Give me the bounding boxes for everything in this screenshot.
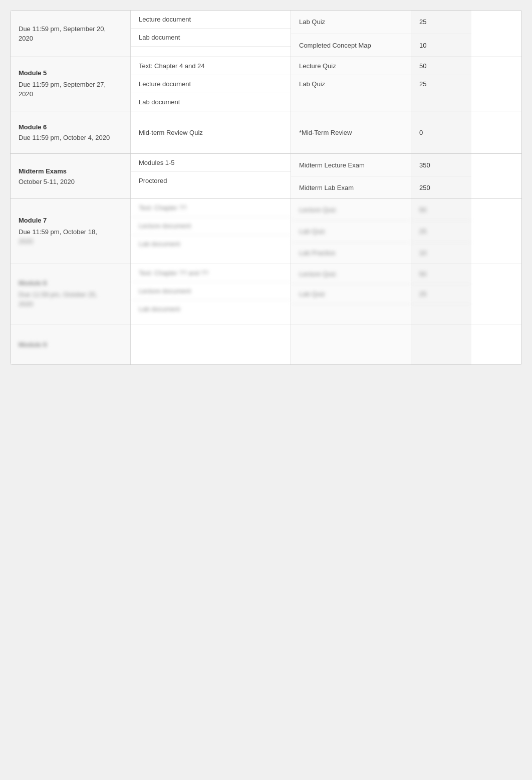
quiz-item-blurred: Lecture Quiz (291, 199, 411, 221)
assignments-col: Text: Chapter ?? and ?? Lecture document… (131, 264, 291, 324)
quiz-item: Midterm Lecture Exam (291, 154, 411, 176)
points-item-empty (411, 304, 471, 324)
due-date: October 5-11, 2020 (19, 178, 122, 185)
table-row: Module 9 (11, 324, 521, 364)
points-item-blurred: 25 (411, 284, 471, 304)
assignment-item-blurred: Lab document (131, 235, 291, 253)
assignment-item: Text: Chapter 4 and 24 (131, 57, 291, 75)
assignments-col: Lecture document Lab document (131, 11, 291, 57)
due-date: Due 11:59 pm, September 27,2020 (19, 80, 122, 99)
due-date: Due 11:59 pm, October 25,2020 (19, 290, 122, 309)
assignment-item: Modules 1-5 (131, 154, 291, 172)
table-row: Due 11:59 pm, September 20,2020 Lecture … (11, 11, 521, 57)
module-name: Module 6 (19, 123, 122, 131)
assignment-item-blurred: Text: Chapter ?? and ?? (131, 264, 291, 282)
points-col: 25 10 (411, 11, 471, 57)
quiz-col: *Mid-Term Review (291, 111, 411, 153)
quiz-col: Lab Quiz Completed Concept Map (291, 11, 411, 57)
module-name: Midterm Exams (19, 167, 122, 175)
module-name: Module 7 (19, 217, 122, 224)
points-item: 250 (411, 176, 471, 199)
module-cell: Module 5 Due 11:59 pm, September 27,2020 (11, 57, 131, 111)
quiz-col: Lecture Quiz Lab Quiz (291, 57, 411, 111)
table-row: Module 7 Due 11:59 pm, October 18,2020 T… (11, 199, 521, 264)
quiz-item (291, 93, 411, 111)
assignment-item: Proctored (131, 172, 291, 189)
assignment-item-blurred: Text: Chapter ?? (131, 199, 291, 217)
assignment-item: Lecture document (131, 75, 291, 93)
module-cell: Module 8 Due 11:59 pm, October 25,2020 (11, 264, 131, 324)
points-col (411, 324, 471, 364)
points-col: 350 250 (411, 154, 471, 199)
points-col: 0 (411, 111, 471, 153)
assignment-item-blurred: Lecture document (131, 282, 291, 300)
assignments-col: Text: Chapter ?? Lecture document Lab do… (131, 199, 291, 264)
quiz-col: Lecture Quiz Lab Quiz (291, 264, 411, 324)
due-date: Due 11:59 pm, October 18,2020 (19, 227, 122, 247)
module-cell: Midterm Exams October 5-11, 2020 (11, 154, 131, 199)
assignment-item-empty (131, 324, 291, 364)
points-item-empty (411, 324, 471, 364)
points-item: 50 (411, 57, 471, 75)
quiz-item-blurred: Lecture Quiz (291, 264, 411, 284)
points-item: 10 (411, 34, 471, 57)
points-item: 25 (411, 11, 471, 34)
points-col: 50 25 (411, 264, 471, 324)
points-item: 350 (411, 154, 471, 176)
table-row: Module 8 Due 11:59 pm, October 25,2020 T… (11, 264, 521, 324)
assignment-item: Mid-term Review Quiz (131, 124, 291, 141)
assignment-item: Lab document (131, 93, 291, 111)
quiz-col: Midterm Lecture Exam Midterm Lab Exam (291, 154, 411, 199)
points-item: 25 (411, 75, 471, 93)
module-cell: Module 9 (11, 324, 131, 364)
due-date: Due 11:59 pm, September 20,2020 (19, 24, 122, 44)
quiz-item: Lab Quiz (291, 75, 411, 93)
quiz-item-blurred: Lab Quiz (291, 284, 411, 304)
points-item-blurred: 25 (411, 221, 471, 242)
points-col: 50 25 10 (411, 199, 471, 264)
due-date: Due 11:59 pm, October 4, 2020 (19, 134, 122, 141)
page: Due 11:59 pm, September 20,2020 Lecture … (0, 0, 532, 780)
points-item (411, 93, 471, 111)
assignment-item: Lab document (131, 29, 291, 47)
quiz-item: Midterm Lab Exam (291, 176, 411, 199)
module-name: Module 9 (19, 341, 122, 348)
assignments-col: Text: Chapter 4 and 24 Lecture document … (131, 57, 291, 111)
quiz-item-blurred: Lab Quiz (291, 221, 411, 242)
points-item-blurred: 50 (411, 199, 471, 221)
points-item-blurred: 50 (411, 264, 471, 284)
table-row: Module 5 Due 11:59 pm, September 27,2020… (11, 57, 521, 111)
quiz-item-empty (291, 324, 411, 364)
quiz-item: Lecture Quiz (291, 57, 411, 75)
quiz-col (291, 324, 411, 364)
assignments-col: Mid-term Review Quiz (131, 111, 291, 153)
module-cell: Module 6 Due 11:59 pm, October 4, 2020 (11, 111, 131, 153)
table-row: Midterm Exams October 5-11, 2020 Modules… (11, 154, 521, 199)
module-name: Module 5 (19, 69, 122, 77)
points-item: 0 (411, 111, 471, 153)
points-col: 50 25 (411, 57, 471, 111)
quiz-item: Completed Concept Map (291, 34, 411, 57)
assignment-item-blurred: Lab document (131, 300, 291, 318)
quiz-item-empty (291, 304, 411, 324)
assignments-col: Modules 1-5 Proctored (131, 154, 291, 199)
quiz-col: Lecture Quiz Lab Quiz Lab Practice (291, 199, 411, 264)
assignment-item (131, 47, 291, 57)
quiz-item-blurred: Lab Practice (291, 243, 411, 264)
points-item-blurred: 10 (411, 243, 471, 264)
module-cell: Module 7 Due 11:59 pm, October 18,2020 (11, 199, 131, 264)
module-name: Module 8 (19, 279, 122, 287)
table-row: Module 6 Due 11:59 pm, October 4, 2020 M… (11, 111, 521, 154)
course-schedule-table: Due 11:59 pm, September 20,2020 Lecture … (10, 10, 522, 365)
quiz-item: *Mid-Term Review (291, 111, 411, 153)
quiz-item: Lab Quiz (291, 11, 411, 34)
assignment-item-blurred: Lecture document (131, 217, 291, 235)
assignment-item: Lecture document (131, 11, 291, 29)
assignments-col (131, 324, 291, 364)
module-cell: Due 11:59 pm, September 20,2020 (11, 11, 131, 57)
